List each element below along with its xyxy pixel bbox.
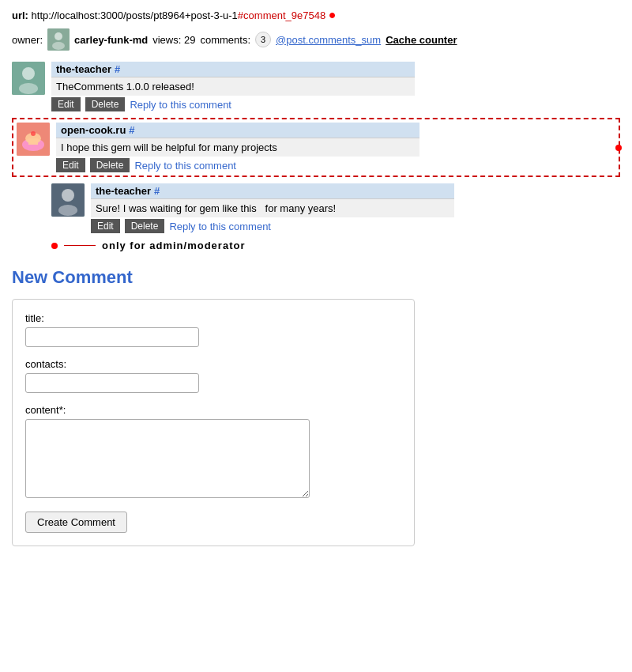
comment-2-username: open-cook.ru	[61, 124, 126, 136]
admin-line	[64, 245, 96, 246]
new-comment-form: title: contacts: content*: Create Commen…	[25, 312, 401, 533]
meta-bar: owner: carley-funk-md views: 29 comments…	[12, 28, 620, 51]
content-label: content*:	[25, 404, 401, 416]
url-bar: url: http://localhost:3000/posts/pt8964+…	[12, 8, 620, 22]
comment-3-reply-link[interactable]: Reply to this comment	[169, 221, 271, 232]
new-comment-heading: New Comment	[12, 267, 620, 288]
svg-rect-9	[28, 138, 38, 145]
cache-link[interactable]: @post.comments_sum	[276, 34, 381, 46]
comment-2-avatar-img	[17, 123, 50, 156]
comments-label: comments:	[200, 34, 250, 46]
comment-3-avatar	[51, 183, 85, 217]
comment-3-edit-button[interactable]: Edit	[91, 219, 120, 233]
owner-avatar-img	[47, 28, 70, 51]
comment-3-body: the-teacher # Sure! I was waiting for ge…	[91, 183, 454, 233]
owner-name: carley-funk-md	[74, 34, 148, 46]
owner-label: owner:	[12, 34, 43, 46]
comment-3-username: the-teacher	[96, 185, 151, 197]
annotation-dot-2	[615, 145, 622, 151]
comment-3-actions: Edit Delete Reply to this comment	[91, 219, 454, 233]
svg-point-13	[58, 205, 77, 216]
comment-1-avatar	[12, 62, 45, 95]
comment-1-username: the-teacher	[56, 63, 111, 75]
admin-annotation: only for admin/moderator	[51, 240, 620, 251]
comment-3-avatar-img	[51, 183, 85, 217]
owner-avatar	[47, 28, 70, 51]
comment-3-reply: the-teacher # Sure! I was waiting for ge…	[51, 183, 620, 233]
comment-1-actions: Edit Delete Reply to this comment	[51, 97, 415, 111]
admin-dot	[51, 243, 58, 249]
url-anchor: #comment_9e7548	[238, 9, 325, 21]
comment-3-block: the-teacher # Sure! I was waiting for ge…	[51, 183, 620, 233]
cache-text: Cache counter	[386, 34, 457, 46]
content-textarea[interactable]	[25, 419, 310, 498]
create-comment-button[interactable]: Create Comment	[25, 512, 127, 533]
url-base: http://localhost:3000/posts/pt8964+post-…	[32, 9, 238, 21]
url-dot: ●	[329, 8, 337, 21]
comment-2-delete-button[interactable]: Delete	[90, 158, 130, 172]
svg-point-10	[31, 131, 36, 136]
views-label: views: 29	[152, 34, 195, 46]
comment-1-block: the-teacher # TheComments 1.0.0 released…	[12, 62, 620, 111]
comment-1-hash[interactable]: #	[115, 63, 120, 75]
url-label: url:	[12, 9, 28, 21]
comment-1: the-teacher # TheComments 1.0.0 released…	[12, 62, 620, 111]
svg-point-1	[55, 32, 62, 40]
comment-3-hash[interactable]: #	[154, 185, 160, 197]
comment-1-reply-link[interactable]: Reply to this comment	[130, 99, 231, 111]
comment-1-body: the-teacher # TheComments 1.0.0 released…	[51, 62, 415, 111]
comment-3-delete-button[interactable]: Delete	[125, 219, 165, 233]
comment-1-delete-button[interactable]: Delete	[85, 97, 126, 111]
comment-1-header: the-teacher #	[51, 62, 415, 77]
comment-2-highlighted: open-cook.ru # I hope this gem will be h…	[12, 118, 620, 177]
title-label: title:	[25, 312, 401, 324]
svg-point-4	[22, 67, 35, 80]
comment-2-header: open-cook.ru #	[56, 123, 419, 138]
content-group: content*:	[25, 404, 401, 500]
svg-point-5	[19, 83, 38, 94]
comment-form: title: contacts: content*: Create Commen…	[12, 299, 415, 546]
comment-2-body: open-cook.ru # I hope this gem will be h…	[56, 123, 419, 172]
title-group: title:	[25, 312, 401, 347]
comments-count: 3	[255, 32, 271, 47]
comment-2-reply-link[interactable]: Reply to this comment	[134, 160, 236, 172]
comment-1-edit-button[interactable]: Edit	[51, 97, 81, 111]
comment-3-header: the-teacher #	[91, 183, 454, 198]
comment-2-outer: open-cook.ru # I hope this gem will be h…	[12, 118, 620, 177]
contacts-label: contacts:	[25, 358, 401, 370]
comment-2-hash[interactable]: #	[129, 124, 134, 136]
contacts-input[interactable]	[25, 373, 199, 393]
comments-section: the-teacher # TheComments 1.0.0 released…	[12, 62, 620, 251]
comment-2-text: I hope this gem will be helpful for many…	[56, 138, 419, 157]
comment-2-block: open-cook.ru # I hope this gem will be h…	[17, 123, 615, 172]
comment-3-text: Sure! I was waiting for gem like this fo…	[91, 198, 454, 217]
svg-point-12	[62, 189, 74, 202]
contacts-group: contacts:	[25, 358, 401, 393]
comment-2-edit-button[interactable]: Edit	[56, 158, 85, 172]
title-input[interactable]	[25, 327, 199, 347]
svg-point-2	[52, 42, 65, 50]
comment-2-avatar	[17, 123, 50, 156]
comment-1-avatar-img	[12, 62, 45, 95]
admin-annotation-text: only for admin/moderator	[102, 240, 245, 251]
comment-1-text: TheComments 1.0.0 released!	[51, 77, 415, 96]
comment-2-actions: Edit Delete Reply to this comment	[56, 158, 419, 172]
